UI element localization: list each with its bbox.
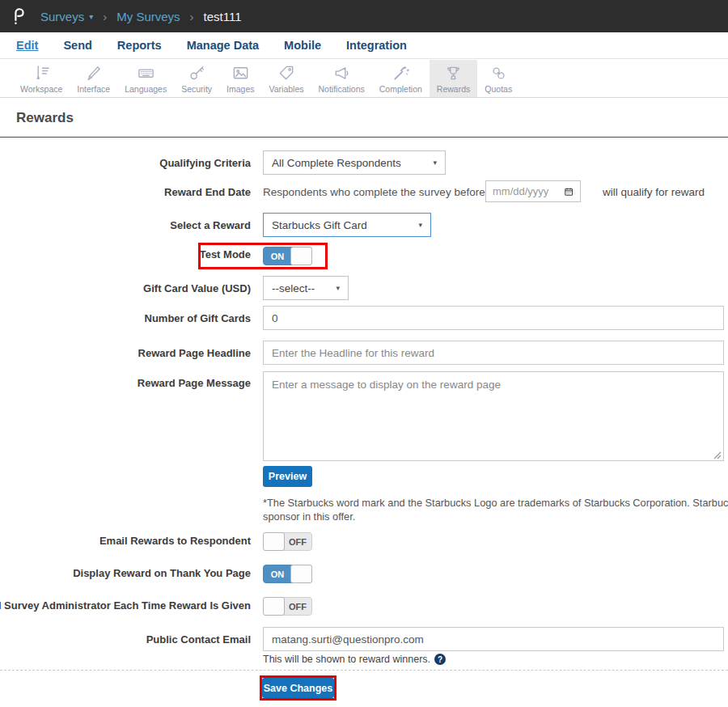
toolbar-label: Languages	[125, 84, 167, 94]
completion-icon	[392, 64, 410, 83]
survey-nav-tabs: Edit Send Reports Manage Data Mobile Int…	[0, 32, 728, 59]
toolbar-item-rewards[interactable]: Rewards	[430, 60, 477, 97]
test-mode-label: Test Mode	[200, 248, 251, 260]
toolbar-label: Rewards	[437, 84, 470, 94]
notifications-icon	[332, 64, 351, 83]
toolbar-label: Security	[181, 84, 212, 94]
section-dashed-divider	[0, 670, 728, 671]
tab-integration[interactable]: Integration	[346, 39, 407, 52]
chevron-down-icon: ▾	[89, 12, 93, 21]
toolbar-label: Completion	[379, 84, 422, 94]
quotas-icon	[489, 64, 508, 83]
workspace-icon	[32, 64, 51, 83]
toggle-state-label: OFF	[284, 533, 311, 550]
textarea-resize-handle[interactable]	[713, 451, 722, 459]
reward-end-date-prefix: Respondents who complete the survey befo…	[263, 186, 485, 198]
public-email-help: This will be shown to reward winners. ?	[263, 654, 446, 665]
toolbar-item-images[interactable]: Images	[219, 60, 261, 97]
rewards-settings-page: Surveys ▾ › My Surveys › test111 Edit Se…	[0, 0, 728, 707]
tab-mobile[interactable]: Mobile	[284, 39, 321, 52]
breadcrumb-separator-icon: ›	[103, 10, 107, 23]
tab-edit[interactable]: Edit	[16, 39, 38, 52]
breadcrumb-surveys-label: Surveys	[40, 10, 84, 23]
save-changes-button[interactable]: Save Changes	[262, 678, 334, 698]
gift-card-value-label: Gift Card Value (USD)	[143, 282, 251, 294]
toolbar-item-languages[interactable]: Languages	[117, 60, 174, 97]
chevron-down-icon: ▾	[336, 284, 340, 292]
gift-card-value-select[interactable]: --select-- ▾	[263, 276, 349, 300]
disclaimer-line2: sponsor in this offer.	[263, 510, 728, 523]
languages-icon	[137, 64, 155, 83]
rewards-icon	[444, 64, 463, 83]
test-mode-toggle[interactable]: ON	[263, 247, 312, 265]
select-reward-select[interactable]: Starbucks Gift Card ▾	[263, 213, 431, 237]
breadcrumb-my-surveys-label: My Surveys	[116, 10, 180, 23]
toolbar-label: Quotas	[485, 84, 512, 94]
toggle-state-label: OFF	[284, 598, 311, 615]
chevron-down-icon: ▾	[433, 159, 437, 167]
public-contact-email-label: Public Contact Email	[146, 633, 251, 646]
select-reward-value: Starbucks Gift Card	[272, 219, 367, 231]
toolbar-item-workspace[interactable]: Workspace	[13, 60, 70, 97]
number-of-gift-cards-label: Number of Gift Cards	[145, 312, 251, 324]
toolbar-label: Interface	[77, 84, 110, 94]
tab-manage-data[interactable]: Manage Data	[187, 39, 259, 52]
page-title: Rewards	[16, 110, 74, 126]
starbucks-disclaimer: *The Starbucks word mark and the Starbuc…	[263, 496, 728, 523]
toolbar-item-security[interactable]: Security	[174, 60, 219, 97]
questionpro-logo-icon[interactable]	[11, 6, 28, 26]
reward-end-date-input[interactable]	[493, 185, 564, 197]
breadcrumb-current-survey: test111	[204, 10, 242, 23]
toggle-knob	[263, 532, 285, 551]
toolbar-label: Notifications	[319, 84, 365, 94]
reward-end-date-label: Reward End Date	[164, 186, 251, 198]
toolbar-item-variables[interactable]: Variables	[262, 60, 311, 97]
toggle-knob	[290, 247, 312, 265]
toolbar-label: Images	[226, 84, 254, 94]
toolbar-item-notifications[interactable]: Notifications	[311, 60, 372, 97]
disclaimer-line1: *The Starbucks word mark and the Starbuc…	[263, 496, 728, 510]
breadcrumb-separator-icon: ›	[190, 10, 194, 23]
title-divider	[0, 137, 728, 138]
top-header: Surveys ▾ › My Surveys › test111	[0, 0, 728, 32]
variables-icon	[277, 64, 296, 83]
reward-page-headline-input[interactable]	[263, 341, 724, 365]
toolbar-item-interface[interactable]: Interface	[70, 60, 117, 97]
email-admin-toggle[interactable]: OFF	[263, 597, 312, 616]
number-of-gift-cards-input[interactable]	[263, 306, 724, 330]
reward-page-message-textarea[interactable]	[263, 371, 724, 461]
preview-button[interactable]: Preview	[263, 466, 312, 487]
toolbar-label: Workspace	[20, 84, 62, 94]
images-icon	[231, 64, 250, 83]
toolbar-item-completion[interactable]: Completion	[372, 60, 430, 97]
qualifying-criteria-select[interactable]: All Complete Respondents ▾	[263, 150, 446, 175]
security-icon	[188, 64, 206, 83]
public-contact-email-input[interactable]	[263, 627, 724, 651]
reward-end-date-field[interactable]	[485, 180, 581, 202]
toolbar-label: Variables	[269, 84, 304, 94]
tab-send[interactable]: Send	[63, 39, 91, 52]
toolbar-item-quotas[interactable]: Quotas	[477, 60, 519, 97]
display-reward-label: Display Reward on Thank You Page	[73, 567, 251, 579]
gift-card-value-value: --select--	[272, 282, 315, 294]
email-admin-label: Email Survey Administrator Each Time Rew…	[0, 599, 251, 612]
reward-page-message-label: Reward Page Message	[138, 377, 251, 389]
toggle-knob	[290, 565, 312, 583]
chevron-down-icon: ▾	[418, 221, 422, 229]
toggle-state-label: ON	[264, 565, 291, 582]
calendar-icon[interactable]	[564, 186, 574, 197]
toggle-state-label: ON	[264, 248, 291, 265]
qualifying-criteria-label: Qualifying Criteria	[159, 157, 251, 169]
select-reward-label: Select a Reward	[170, 219, 251, 231]
email-rewards-label: Email Rewards to Respondent	[99, 535, 251, 547]
reward-end-date-suffix: will qualify for reward	[603, 186, 705, 198]
public-email-help-text: This will be shown to reward winners.	[263, 654, 430, 665]
breadcrumb-my-surveys[interactable]: My Surveys	[116, 10, 180, 23]
reward-page-headline-label: Reward Page Headline	[138, 347, 251, 359]
toggle-knob	[263, 597, 285, 616]
display-reward-toggle[interactable]: ON	[263, 565, 312, 583]
email-rewards-toggle[interactable]: OFF	[263, 532, 312, 551]
tab-reports[interactable]: Reports	[117, 39, 162, 52]
help-icon[interactable]: ?	[434, 654, 446, 665]
breadcrumb-surveys[interactable]: Surveys ▾	[40, 10, 93, 23]
